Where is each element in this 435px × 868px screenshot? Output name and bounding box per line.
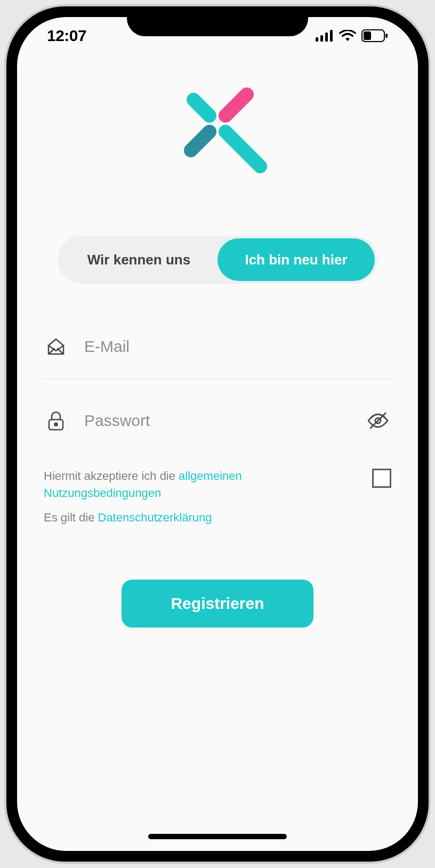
register-button[interactable]: Registrieren [122, 580, 313, 628]
email-row [44, 321, 391, 372]
svg-rect-1 [320, 35, 323, 42]
register-button-label: Registrieren [171, 594, 264, 613]
svg-line-7 [194, 100, 210, 116]
tab-login[interactable]: Wir kennen uns [60, 238, 218, 281]
email-icon [44, 336, 68, 357]
signup-form: Hiermit akzeptiere ich die allgemeinen N… [38, 321, 397, 628]
svg-rect-3 [330, 30, 333, 42]
wifi-icon [339, 30, 356, 42]
svg-rect-5 [385, 34, 388, 38]
terms-prefix: Hiermit akzeptiere ich die [44, 469, 179, 483]
email-field[interactable] [84, 337, 391, 356]
battery-icon [361, 29, 388, 42]
svg-line-8 [225, 94, 247, 116]
svg-rect-0 [316, 37, 318, 42]
svg-rect-6 [364, 31, 371, 40]
terms-block: Hiermit akzeptiere ich die allgemeinen N… [44, 468, 391, 526]
tab-signup[interactable]: Ich bin neu hier [218, 238, 375, 281]
auth-tabs: Wir kennen uns Ich bin neu hier [58, 236, 377, 284]
privacy-prefix: Es gilt die [44, 511, 98, 524]
password-row [44, 395, 391, 446]
app-logo [159, 70, 276, 188]
lock-icon [44, 410, 68, 431]
svg-line-10 [225, 132, 260, 166]
signal-icon [316, 30, 334, 42]
tab-login-label: Wir kennen uns [87, 252, 190, 268]
toggle-password-visibility[interactable] [365, 409, 391, 432]
screen: 12:07 [17, 17, 418, 851]
svg-rect-2 [325, 33, 328, 42]
divider [44, 379, 391, 379]
device-frame: 12:07 [6, 6, 429, 862]
svg-point-12 [55, 423, 58, 426]
tab-signup-label: Ich bin neu hier [245, 252, 347, 268]
privacy-link[interactable]: Datenschutzerklärung [98, 511, 212, 524]
svg-line-9 [191, 132, 210, 150]
terms-checkbox[interactable] [372, 469, 391, 488]
eye-off-icon [366, 409, 390, 432]
password-field[interactable] [84, 412, 349, 430]
status-icons [316, 29, 388, 42]
status-time: 12:07 [47, 27, 86, 45]
content: Wir kennen uns Ich bin neu hier [17, 54, 418, 851]
device-notch [127, 6, 308, 36]
terms-text: Hiermit akzeptiere ich die allgemeinen N… [44, 468, 359, 526]
home-indicator[interactable] [148, 834, 287, 839]
